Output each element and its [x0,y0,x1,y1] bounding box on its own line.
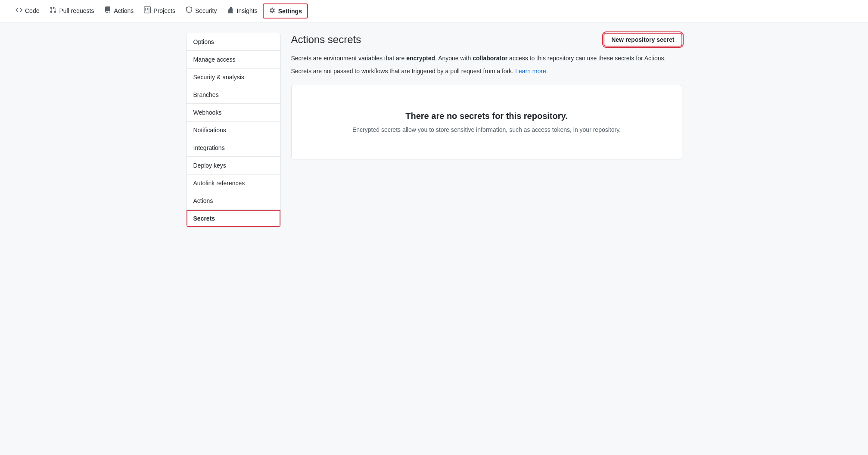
sidebar-label-notifications: Notifications [193,127,226,134]
sidebar-label-webhooks: Webhooks [193,109,222,116]
nav-item-code[interactable]: Code [10,0,44,22]
nav-label-pull-requests: Pull requests [59,7,94,14]
nav-label-projects: Projects [153,7,175,14]
content-header: Actions secrets New repository secret [291,33,682,47]
insights-icon [227,6,234,15]
sidebar-label-actions: Actions [193,197,213,204]
nav-item-settings[interactable]: Settings [263,3,308,19]
sidebar-label-autolink-references: Autolink references [193,180,245,187]
actions-icon [104,6,111,15]
gear-icon [269,7,276,15]
nav-label-actions: Actions [114,7,134,14]
projects-icon [144,6,151,15]
empty-state-description: Encrypted secrets allow you to store sen… [309,126,665,133]
sidebar-item-options[interactable]: Options [187,33,280,51]
nav-label-code: Code [25,7,39,14]
sidebar-item-security-analysis[interactable]: Security & analysis [187,69,280,86]
main-content: Actions secrets New repository secret Se… [291,33,682,159]
sidebar-item-branches[interactable]: Branches [187,86,280,104]
description-line-2: Secrets are not passed to workflows that… [291,66,682,76]
sidebar-label-deploy-keys: Deploy keys [193,162,226,169]
desc-bold-encrypted: encrypted [406,55,435,62]
sidebar-label-manage-access: Manage access [193,56,236,63]
empty-state-box: There are no secrets for this repository… [291,85,682,159]
desc-bold-collaborator: collaborator [473,55,507,62]
nav-label-security: Security [195,7,217,14]
nav-item-security[interactable]: Security [180,0,222,22]
sidebar-item-manage-access[interactable]: Manage access [187,51,280,69]
nav-item-projects[interactable]: Projects [139,0,180,22]
nav-label-insights: Insights [236,7,257,14]
nav-item-insights[interactable]: Insights [222,0,262,22]
sidebar-label-secrets: Secrets [193,215,215,222]
sidebar-item-deploy-keys[interactable]: Deploy keys [187,157,280,175]
sidebar-item-webhooks[interactable]: Webhooks [187,104,280,122]
nav-item-pull-requests[interactable]: Pull requests [44,0,99,22]
nav-label-settings: Settings [278,8,302,15]
sidebar-item-autolink-references[interactable]: Autolink references [187,175,280,192]
main-container: Options Manage access Security & analysi… [176,33,693,228]
empty-state-title: There are no secrets for this repository… [309,111,665,121]
sidebar-label-branches: Branches [193,91,219,98]
sidebar-item-integrations[interactable]: Integrations [187,139,280,157]
description-block: Secrets are environment variables that a… [291,53,682,76]
sidebar-item-actions[interactable]: Actions [187,192,280,210]
desc-prefix: Secrets are environment variables that a… [291,55,407,62]
desc-middle: . Anyone with [435,55,473,62]
desc-suffix: access to this repository can use these … [507,55,666,62]
settings-sidebar: Options Manage access Security & analysi… [186,33,281,228]
code-icon [16,6,22,15]
sidebar-label-integrations: Integrations [193,144,225,151]
nav-item-actions[interactable]: Actions [99,0,139,22]
desc-fork-text: Secrets are not passed to workflows that… [291,68,514,75]
sidebar-label-security-analysis: Security & analysis [193,74,244,81]
learn-more-link[interactable]: Learn more [515,68,546,75]
sidebar-label-options: Options [193,38,214,45]
top-navigation: Code Pull requests Actions Projects [0,0,868,22]
new-repository-secret-button[interactable]: New repository secret [604,33,682,47]
description-line-1: Secrets are environment variables that a… [291,53,682,63]
security-icon [186,6,193,15]
pull-request-icon [50,6,56,15]
sidebar-item-secrets[interactable]: Secrets [187,210,280,227]
page-title: Actions secrets [291,34,361,46]
sidebar-item-notifications[interactable]: Notifications [187,122,280,139]
